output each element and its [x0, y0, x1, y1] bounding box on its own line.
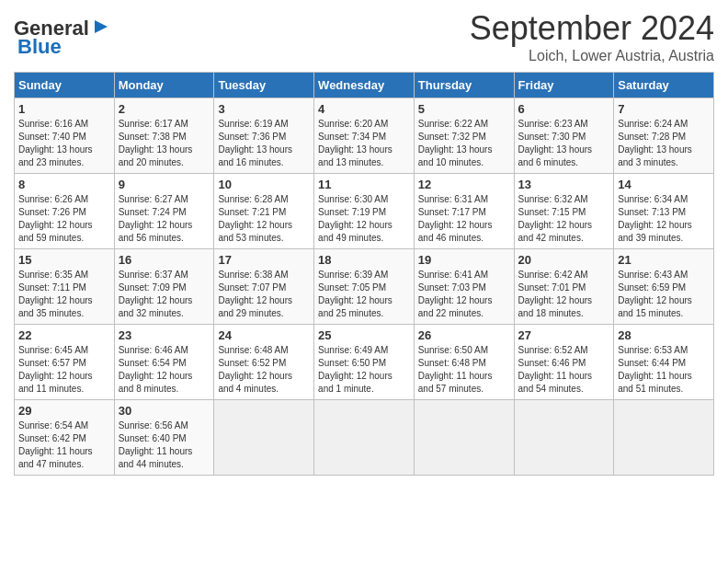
title-area: September 2024 Loich, Lower Austria, Aus…: [470, 9, 714, 64]
day-number: 16: [119, 253, 210, 267]
calendar-week-row: 29Sunrise: 6:54 AMSunset: 6:42 PMDayligh…: [15, 400, 714, 476]
day-detail: Sunrise: 6:34 AMSunset: 7:13 PMDaylight:…: [618, 193, 710, 245]
day-detail: Sunrise: 6:23 AMSunset: 7:30 PMDaylight:…: [518, 118, 610, 169]
calendar-day-cell: 11Sunrise: 6:30 AMSunset: 7:19 PMDayligh…: [314, 174, 415, 249]
day-number: 7: [618, 102, 710, 116]
logo-icon: [91, 17, 111, 37]
day-number: 21: [618, 253, 710, 267]
day-number: 5: [418, 102, 510, 116]
calendar-day-cell: 19Sunrise: 6:41 AMSunset: 7:03 PMDayligh…: [414, 249, 514, 325]
day-detail: Sunrise: 6:54 AMSunset: 6:42 PMDaylight:…: [18, 419, 110, 471]
day-number: 14: [618, 178, 710, 191]
calendar-day-cell: 30Sunrise: 6:56 AMSunset: 6:40 PMDayligh…: [114, 400, 214, 476]
day-number: 23: [119, 328, 210, 342]
svg-marker-0: [95, 20, 108, 33]
calendar-day-cell: 18Sunrise: 6:39 AMSunset: 7:05 PMDayligh…: [314, 249, 415, 325]
day-number: 13: [518, 178, 610, 191]
logo: General Blue: [14, 9, 111, 59]
day-number: 4: [318, 102, 410, 116]
day-number: 11: [318, 178, 410, 191]
day-detail: Sunrise: 6:24 AMSunset: 7:28 PMDaylight:…: [618, 118, 710, 169]
calendar-week-row: 1Sunrise: 6:16 AMSunset: 7:40 PMDaylight…: [15, 98, 714, 174]
day-detail: Sunrise: 6:42 AMSunset: 7:01 PMDaylight:…: [518, 269, 610, 320]
day-number: 22: [18, 328, 110, 342]
calendar-day-cell: 8Sunrise: 6:26 AMSunset: 7:26 PMDaylight…: [15, 174, 115, 249]
calendar-day-cell: 24Sunrise: 6:48 AMSunset: 6:52 PMDayligh…: [214, 325, 314, 400]
calendar-day-cell: 1Sunrise: 6:16 AMSunset: 7:40 PMDaylight…: [15, 98, 115, 174]
day-detail: Sunrise: 6:53 AMSunset: 6:44 PMDaylight:…: [618, 344, 710, 396]
day-detail: Sunrise: 6:45 AMSunset: 6:57 PMDaylight:…: [18, 344, 110, 396]
calendar-day-cell: [514, 400, 614, 476]
day-detail: Sunrise: 6:43 AMSunset: 6:59 PMDaylight:…: [618, 269, 710, 320]
calendar-header-cell: Thursday: [414, 73, 514, 98]
calendar-day-cell: 16Sunrise: 6:37 AMSunset: 7:09 PMDayligh…: [114, 249, 214, 325]
day-number: 9: [119, 178, 210, 191]
day-number: 30: [119, 404, 210, 418]
day-number: 8: [18, 178, 110, 191]
day-number: 26: [418, 328, 510, 342]
day-number: 27: [518, 328, 610, 342]
day-detail: Sunrise: 6:32 AMSunset: 7:15 PMDaylight:…: [518, 193, 610, 245]
day-detail: Sunrise: 6:37 AMSunset: 7:09 PMDaylight:…: [119, 269, 210, 320]
day-detail: Sunrise: 6:39 AMSunset: 7:05 PMDaylight:…: [318, 269, 410, 320]
day-number: 28: [618, 328, 710, 342]
calendar-header-cell: Wednesday: [314, 73, 415, 98]
calendar-day-cell: 21Sunrise: 6:43 AMSunset: 6:59 PMDayligh…: [614, 249, 714, 325]
day-detail: Sunrise: 6:30 AMSunset: 7:19 PMDaylight:…: [318, 193, 410, 245]
calendar-week-row: 22Sunrise: 6:45 AMSunset: 6:57 PMDayligh…: [15, 325, 714, 400]
calendar-day-cell: 27Sunrise: 6:52 AMSunset: 6:46 PMDayligh…: [514, 325, 614, 400]
calendar-day-cell: 9Sunrise: 6:27 AMSunset: 7:24 PMDaylight…: [114, 174, 214, 249]
day-number: 29: [18, 404, 110, 418]
calendar-table: SundayMondayTuesdayWednesdayThursdayFrid…: [14, 72, 714, 476]
day-detail: Sunrise: 6:16 AMSunset: 7:40 PMDaylight:…: [18, 118, 110, 169]
calendar-day-cell: 2Sunrise: 6:17 AMSunset: 7:38 PMDaylight…: [114, 98, 214, 174]
calendar-day-cell: 26Sunrise: 6:50 AMSunset: 6:48 PMDayligh…: [414, 325, 514, 400]
calendar-header-row: SundayMondayTuesdayWednesdayThursdayFrid…: [15, 73, 714, 98]
calendar-day-cell: 7Sunrise: 6:24 AMSunset: 7:28 PMDaylight…: [614, 98, 714, 174]
day-detail: Sunrise: 6:49 AMSunset: 6:50 PMDaylight:…: [318, 344, 410, 396]
calendar-day-cell: 5Sunrise: 6:22 AMSunset: 7:32 PMDaylight…: [414, 98, 514, 174]
day-number: 1: [18, 102, 110, 116]
calendar-day-cell: 20Sunrise: 6:42 AMSunset: 7:01 PMDayligh…: [514, 249, 614, 325]
day-detail: Sunrise: 6:17 AMSunset: 7:38 PMDaylight:…: [119, 118, 210, 169]
calendar-day-cell: 25Sunrise: 6:49 AMSunset: 6:50 PMDayligh…: [314, 325, 415, 400]
calendar-day-cell: 13Sunrise: 6:32 AMSunset: 7:15 PMDayligh…: [514, 174, 614, 249]
day-detail: Sunrise: 6:56 AMSunset: 6:40 PMDaylight:…: [119, 419, 210, 471]
calendar-day-cell: [414, 400, 514, 476]
calendar-day-cell: 6Sunrise: 6:23 AMSunset: 7:30 PMDaylight…: [514, 98, 614, 174]
day-detail: Sunrise: 6:27 AMSunset: 7:24 PMDaylight:…: [119, 193, 210, 245]
day-detail: Sunrise: 6:22 AMSunset: 7:32 PMDaylight:…: [418, 118, 510, 169]
day-number: 15: [18, 253, 110, 267]
day-number: 12: [418, 178, 510, 191]
calendar-day-cell: 3Sunrise: 6:19 AMSunset: 7:36 PMDaylight…: [214, 98, 314, 174]
calendar-body: 1Sunrise: 6:16 AMSunset: 7:40 PMDaylight…: [15, 98, 714, 476]
calendar-week-row: 8Sunrise: 6:26 AMSunset: 7:26 PMDaylight…: [15, 174, 714, 249]
calendar-header-cell: Tuesday: [214, 73, 314, 98]
calendar-header-cell: Monday: [114, 73, 214, 98]
day-detail: Sunrise: 6:31 AMSunset: 7:17 PMDaylight:…: [418, 193, 510, 245]
day-number: 2: [119, 102, 210, 116]
logo-blue: Blue: [17, 35, 62, 59]
calendar-day-cell: 10Sunrise: 6:28 AMSunset: 7:21 PMDayligh…: [214, 174, 314, 249]
calendar-day-cell: [214, 400, 314, 476]
page-title: September 2024: [470, 9, 714, 48]
day-detail: Sunrise: 6:20 AMSunset: 7:34 PMDaylight:…: [318, 118, 410, 169]
day-number: 25: [318, 328, 410, 342]
day-number: 24: [218, 328, 310, 342]
calendar-header-cell: Saturday: [614, 73, 714, 98]
calendar-day-cell: 28Sunrise: 6:53 AMSunset: 6:44 PMDayligh…: [614, 325, 714, 400]
header: General Blue September 2024 Loich, Lower…: [14, 9, 714, 64]
day-number: 3: [218, 102, 310, 116]
calendar-day-cell: 12Sunrise: 6:31 AMSunset: 7:17 PMDayligh…: [414, 174, 514, 249]
day-detail: Sunrise: 6:35 AMSunset: 7:11 PMDaylight:…: [18, 269, 110, 320]
day-number: 19: [418, 253, 510, 267]
calendar-day-cell: 14Sunrise: 6:34 AMSunset: 7:13 PMDayligh…: [614, 174, 714, 249]
calendar-day-cell: 29Sunrise: 6:54 AMSunset: 6:42 PMDayligh…: [15, 400, 115, 476]
calendar-day-cell: [314, 400, 415, 476]
calendar-day-cell: 4Sunrise: 6:20 AMSunset: 7:34 PMDaylight…: [314, 98, 415, 174]
day-number: 20: [518, 253, 610, 267]
calendar-day-cell: 15Sunrise: 6:35 AMSunset: 7:11 PMDayligh…: [15, 249, 115, 325]
day-detail: Sunrise: 6:46 AMSunset: 6:54 PMDaylight:…: [119, 344, 210, 396]
calendar-day-cell: 22Sunrise: 6:45 AMSunset: 6:57 PMDayligh…: [15, 325, 115, 400]
day-detail: Sunrise: 6:19 AMSunset: 7:36 PMDaylight:…: [218, 118, 310, 169]
